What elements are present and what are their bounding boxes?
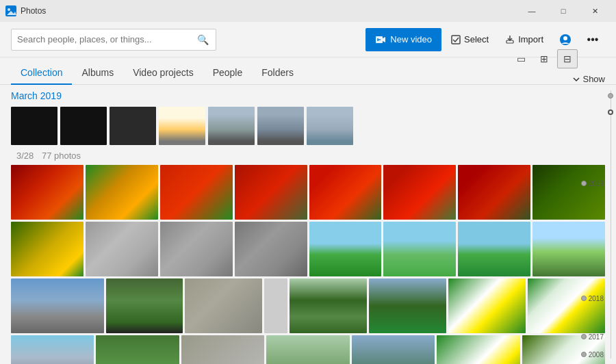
thumb-3[interactable] bbox=[110, 107, 156, 145]
minimize-button[interactable]: — bbox=[516, 0, 548, 22]
photo-cell[interactable] bbox=[11, 278, 104, 333]
import-icon bbox=[505, 35, 515, 44]
photo-cell[interactable] bbox=[96, 335, 179, 364]
photo-cell[interactable] bbox=[383, 222, 456, 276]
video-icon bbox=[375, 34, 386, 45]
tab-people[interactable]: People bbox=[203, 62, 253, 85]
photo-cell[interactable] bbox=[309, 165, 382, 220]
photo-cell[interactable] bbox=[235, 222, 307, 276]
view-controls: ▭ ⊞ ⊟ bbox=[511, 49, 578, 68]
account-button[interactable] bbox=[553, 28, 578, 51]
select-icon bbox=[451, 35, 461, 44]
year-label-2008: 2008 bbox=[589, 351, 604, 359]
search-box: 🔍 bbox=[11, 29, 216, 51]
timeline-year-2017: 2017 bbox=[578, 334, 616, 339]
photo-cell[interactable] bbox=[290, 278, 367, 333]
select-label: Select bbox=[464, 34, 489, 44]
photo-cell[interactable] bbox=[532, 165, 605, 220]
close-button[interactable]: ✕ bbox=[579, 0, 611, 22]
timeline-year-2018: 2018 bbox=[578, 296, 616, 301]
titlebar-left: Photos bbox=[5, 5, 46, 16]
photo-row-1 bbox=[11, 165, 605, 220]
svg-marker-4 bbox=[383, 37, 385, 42]
year-label-2017: 2017 bbox=[589, 333, 604, 341]
timeline-track bbox=[611, 90, 611, 359]
app-title: Photos bbox=[21, 6, 46, 16]
view-single-button[interactable]: ▭ bbox=[511, 49, 531, 68]
photo-cell[interactable] bbox=[352, 335, 435, 364]
timeline-dot-active[interactable] bbox=[608, 109, 613, 115]
photo-cell[interactable] bbox=[309, 222, 382, 276]
timeline-dot-top[interactable] bbox=[608, 93, 613, 99]
photo-cell[interactable] bbox=[86, 165, 158, 220]
timeline-dot-2019[interactable] bbox=[581, 181, 587, 186]
photo-row-2 bbox=[11, 222, 605, 276]
titlebar-controls: — □ ✕ bbox=[516, 0, 611, 22]
thumb-5[interactable] bbox=[208, 107, 255, 145]
svg-point-1 bbox=[8, 8, 10, 11]
year-label-2018: 2018 bbox=[589, 295, 604, 302]
photo-cell[interactable] bbox=[458, 165, 530, 220]
photo-cell[interactable] bbox=[458, 222, 530, 276]
photo-cell[interactable] bbox=[86, 222, 158, 276]
photo-cell[interactable] bbox=[264, 278, 287, 333]
new-video-label: New video bbox=[390, 34, 432, 44]
timeline-year-2019: 2019 bbox=[578, 181, 616, 186]
more-options-button[interactable]: ••• bbox=[580, 28, 605, 51]
thumb-4[interactable] bbox=[159, 107, 205, 145]
timeline-dot-2018[interactable] bbox=[581, 296, 587, 301]
show-control[interactable]: Show bbox=[573, 74, 605, 84]
import-button[interactable]: Import bbox=[498, 28, 550, 51]
tab-albums[interactable]: Albums bbox=[72, 62, 123, 85]
date-value: 3/28 bbox=[16, 151, 34, 161]
thumb-2[interactable] bbox=[60, 107, 107, 145]
thumb-7[interactable] bbox=[307, 107, 353, 145]
search-button[interactable]: 🔍 bbox=[196, 33, 210, 47]
main-content: March 2019 3/28 77 photos bbox=[0, 85, 605, 364]
timeline: 2019 2018 2017 2008 bbox=[605, 85, 616, 364]
date-label: 3/28 77 photos bbox=[11, 151, 605, 161]
more-dots-icon: ••• bbox=[587, 34, 599, 46]
titlebar: Photos — □ ✕ bbox=[0, 0, 616, 22]
timeline-year-2008: 2008 bbox=[578, 352, 616, 357]
photo-cell[interactable] bbox=[528, 278, 605, 333]
photo-count: 77 photos bbox=[42, 151, 81, 161]
photo-row-4 bbox=[11, 335, 605, 364]
photo-cell[interactable] bbox=[448, 278, 526, 333]
photo-cell[interactable] bbox=[11, 222, 84, 276]
tab-video-projects[interactable]: Video projects bbox=[123, 62, 203, 85]
tab-collection[interactable]: Collection bbox=[11, 62, 72, 85]
photo-cell[interactable] bbox=[185, 278, 262, 333]
photo-cell[interactable] bbox=[181, 335, 264, 364]
photo-cell[interactable] bbox=[383, 165, 456, 220]
photo-cell[interactable] bbox=[160, 165, 233, 220]
thumb-1[interactable] bbox=[11, 107, 57, 145]
photo-cell[interactable] bbox=[266, 335, 349, 364]
account-icon bbox=[559, 34, 572, 46]
app-icon bbox=[5, 5, 16, 16]
thumb-6[interactable] bbox=[257, 107, 304, 145]
maximize-button[interactable]: □ bbox=[548, 0, 579, 22]
photo-row-3 bbox=[11, 278, 605, 333]
photo-cell[interactable] bbox=[106, 278, 183, 333]
month-heading: March 2019 bbox=[11, 85, 605, 101]
tab-folders[interactable]: Folders bbox=[252, 62, 303, 85]
photo-cell[interactable] bbox=[11, 165, 84, 220]
photo-cell[interactable] bbox=[235, 165, 307, 220]
chevron-down-icon bbox=[573, 76, 580, 83]
photo-cell[interactable] bbox=[11, 335, 94, 364]
new-video-button[interactable]: New video bbox=[365, 28, 441, 51]
photo-cell[interactable] bbox=[437, 335, 519, 364]
photo-cell[interactable] bbox=[369, 278, 446, 333]
search-input[interactable] bbox=[17, 34, 192, 44]
toolbar-right: New video Select Import ••• bbox=[365, 28, 605, 51]
photo-cell[interactable] bbox=[532, 222, 605, 276]
view-grid-button[interactable]: ⊞ bbox=[534, 49, 554, 68]
import-label: Import bbox=[518, 34, 543, 44]
photo-cell[interactable] bbox=[160, 222, 233, 276]
year-label-2019: 2019 bbox=[589, 180, 604, 187]
select-button[interactable]: Select bbox=[444, 28, 496, 51]
view-dense-button[interactable]: ⊟ bbox=[557, 49, 578, 68]
timeline-dot-2017[interactable] bbox=[581, 334, 587, 339]
timeline-dot-2008[interactable] bbox=[581, 352, 587, 357]
